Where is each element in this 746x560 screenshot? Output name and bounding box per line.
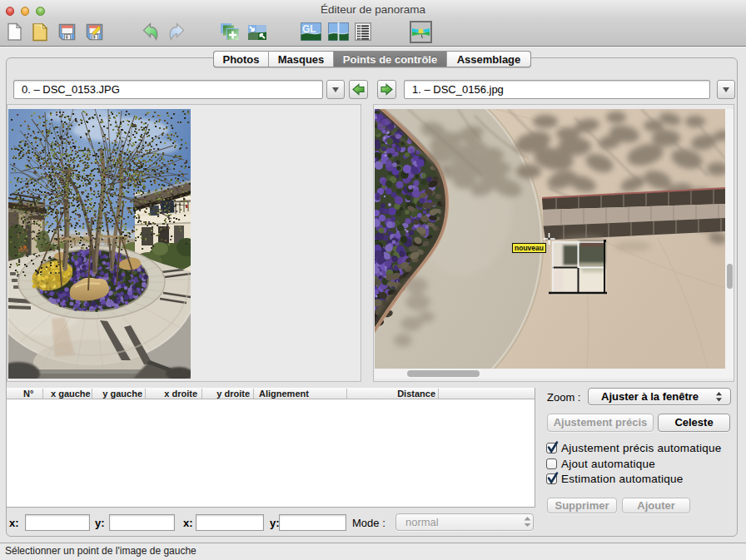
svg-text:nouveau: nouveau bbox=[515, 244, 544, 252]
svg-text:GL: GL bbox=[302, 23, 316, 35]
